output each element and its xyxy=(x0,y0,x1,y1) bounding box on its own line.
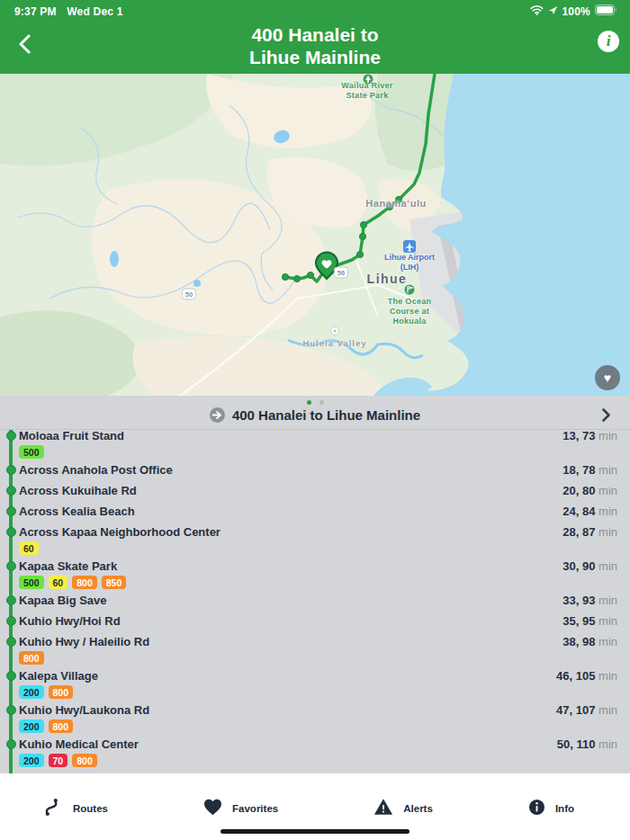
stop-dot-icon xyxy=(6,561,16,571)
page-title-line2: Lihue Mainline xyxy=(0,46,630,68)
map[interactable]: Wailua River State Park Hanamaʻulu Lihue… xyxy=(0,74,630,396)
page-dots xyxy=(0,400,630,405)
stop-time: 18, 78 min xyxy=(562,463,617,477)
stop-row[interactable]: Kuhio Hwy / Haleilio Rd 800 38, 98 min xyxy=(0,631,630,666)
direction-arrow-icon xyxy=(210,407,225,423)
tab-info[interactable]: Info xyxy=(528,797,574,820)
battery-percent: 100% xyxy=(562,5,591,18)
stop-dot-icon xyxy=(6,705,16,715)
page-title: 400 Hanalei to Lihue Mainline xyxy=(0,23,630,68)
favorite-button[interactable]: ♥ xyxy=(595,365,620,390)
tab-bar: Routes Favorites Alerts Info xyxy=(43,797,574,820)
stop-time: 28, 87 min xyxy=(562,525,617,539)
stop-time: 33, 93 min xyxy=(562,594,617,607)
stop-time: 38, 98 min xyxy=(562,635,617,648)
stop-row[interactable]: Kuhio Medical Center 20070800 50, 110 mi… xyxy=(0,734,630,768)
stop-badges: 60 xyxy=(19,541,617,555)
stop-name: Kuhio Hwy/Laukona Rd xyxy=(19,703,617,717)
stop-name: Across Kapaa Neighborhood Center xyxy=(19,525,617,539)
status-bar: 9:37 PM Wed Dec 1 100% xyxy=(0,0,630,18)
page-title-line1: 400 Hanalei to xyxy=(0,23,630,46)
stop-dot-icon xyxy=(6,595,16,605)
route-shield-56: 56 xyxy=(334,267,348,279)
stop-row[interactable]: Across Kapaa Neighborhood Center 60 28, … xyxy=(0,522,630,556)
stop-row[interactable]: Kapaa Skate Park 50060800850 30, 90 min xyxy=(0,556,630,590)
stop-name: Kuhio Hwy / Haleilio Rd xyxy=(19,635,617,648)
home-indicator[interactable] xyxy=(220,829,410,834)
stop-row[interactable]: Across Kukuihale Rd 20, 80 min xyxy=(0,480,630,501)
stop-time: 13, 73 min xyxy=(562,430,617,442)
route-badge: 800 xyxy=(49,685,74,699)
stop-name: Kuhio Hwy/Hoi Rd xyxy=(19,614,617,628)
alert-triangle-icon xyxy=(374,798,393,819)
tab-favorites-label: Favorites xyxy=(232,803,278,814)
route-badge: 60 xyxy=(49,576,68,589)
stop-row[interactable]: Kalepa Village 200800 46, 105 min xyxy=(0,666,630,700)
stop-dot-icon xyxy=(6,431,16,441)
page-dot-active xyxy=(307,400,311,405)
location-arrow-icon xyxy=(548,5,558,18)
stop-badges: 800 xyxy=(19,651,617,665)
route-badge: 800 xyxy=(72,754,97,767)
heart-icon: ♥ xyxy=(604,371,611,385)
stop-row[interactable]: Across Anahola Post Office 18, 78 min xyxy=(0,460,630,480)
route-badge: 200 xyxy=(19,719,44,733)
stop-time: 30, 90 min xyxy=(562,559,617,573)
wifi-icon xyxy=(530,5,544,18)
stop-badges: 200800 xyxy=(19,685,617,699)
stop-row[interactable]: Kuhio Hwy/Hoi Rd 35, 95 min xyxy=(0,611,630,631)
routes-icon xyxy=(43,797,63,820)
stop-row[interactable]: Moloaa Fruit Stand 500 13, 73 min xyxy=(0,430,630,460)
tab-info-label: Info xyxy=(555,803,574,814)
route-bar-title: 400 Hanalei to Lihue Mainline xyxy=(232,407,420,423)
stop-dot-icon xyxy=(6,465,16,475)
route-badge: 500 xyxy=(19,576,44,589)
route-selector-bar[interactable]: 400 Hanalei to Lihue Mainline xyxy=(0,396,630,430)
route-bar-row: 400 Hanalei to Lihue Mainline xyxy=(0,407,630,423)
heart-icon xyxy=(203,799,222,819)
stop-name: Kuhio Medical Center xyxy=(19,737,617,751)
tab-favorites[interactable]: Favorites xyxy=(203,797,278,820)
stop-dot-icon xyxy=(6,527,16,537)
stop-badges: 50060800850 xyxy=(19,576,617,589)
stop-name: Across Kukuihale Rd xyxy=(19,484,617,497)
route-badge: 850 xyxy=(102,576,127,589)
stop-time: 50, 110 min xyxy=(557,737,617,751)
stop-time: 35, 95 min xyxy=(562,614,617,628)
park-icon xyxy=(364,75,374,85)
stop-name: Kapaa Big Save xyxy=(19,594,617,607)
info-button[interactable]: i xyxy=(598,31,619,52)
airport-icon xyxy=(403,240,416,253)
stop-dot-icon xyxy=(6,486,16,496)
route-badge: 800 xyxy=(72,576,97,589)
info-circle-icon xyxy=(528,799,545,819)
route-badge: 800 xyxy=(49,719,74,733)
stop-row[interactable]: Across Kealia Beach 24, 84 min xyxy=(0,501,630,522)
status-time: 9:37 PM xyxy=(14,5,57,18)
stop-badges: 200800 xyxy=(19,719,617,733)
status-date: Wed Dec 1 xyxy=(67,5,122,18)
tab-alerts[interactable]: Alerts xyxy=(374,797,433,820)
footer: Routes Favorites Alerts Info xyxy=(0,773,630,840)
page-dot-inactive xyxy=(320,400,324,405)
stop-time: 20, 80 min xyxy=(562,484,617,497)
stops-list: Moloaa Fruit Stand 500 13, 73 min Across… xyxy=(0,430,630,768)
route-badge: 60 xyxy=(19,541,39,555)
stop-list[interactable]: Moloaa Fruit Stand 500 13, 73 min Across… xyxy=(0,430,630,773)
transit-app: 9:37 PM Wed Dec 1 100% 400 Hanalei to xyxy=(0,0,630,840)
stop-dot-icon xyxy=(6,739,16,749)
chevron-right-icon[interactable] xyxy=(602,408,610,425)
battery-icon xyxy=(595,4,617,18)
stop-row[interactable]: Kuhio Hwy/Laukona Rd 200800 47, 107 min xyxy=(0,700,630,734)
stop-name: Kalepa Village xyxy=(19,669,617,683)
stop-name: Moloaa Fruit Stand xyxy=(19,430,617,442)
stop-badges: 20070800 xyxy=(19,754,617,767)
stop-dot-icon xyxy=(6,671,16,681)
stop-name: Across Kealia Beach xyxy=(19,505,617,518)
tab-routes[interactable]: Routes xyxy=(43,797,108,820)
stop-row[interactable]: Kapaa Big Save 33, 93 min xyxy=(0,590,630,611)
stop-time: 46, 105 min xyxy=(556,669,617,683)
stop-name: Kapaa Skate Park xyxy=(19,559,617,573)
status-right: 100% xyxy=(530,4,618,18)
stop-name: Across Anahola Post Office xyxy=(19,463,617,477)
